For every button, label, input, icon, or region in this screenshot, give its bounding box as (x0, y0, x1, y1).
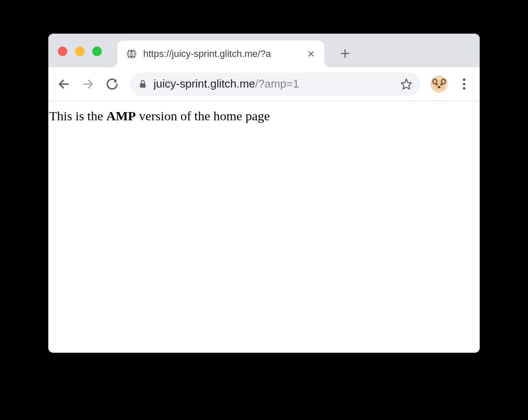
svg-point-21 (463, 78, 465, 81)
svg-point-18 (436, 84, 438, 85)
svg-point-19 (440, 84, 442, 85)
new-tab-button[interactable] (337, 46, 353, 61)
browser-window: https://juicy-sprint.glitch.me/?a (48, 34, 480, 353)
back-button[interactable] (53, 74, 74, 94)
text-bold: AMP (107, 109, 136, 123)
window-controls (58, 47, 102, 56)
text-after: version of the home page (136, 109, 270, 123)
url-path: /?amp=1 (255, 77, 299, 90)
menu-button[interactable] (454, 74, 475, 94)
bookmark-button[interactable] (400, 78, 412, 90)
tab-title: https://juicy-sprint.glitch.me/?a (143, 48, 300, 60)
svg-point-22 (463, 83, 465, 85)
page-content: This is the AMP version of the home page (48, 101, 480, 353)
svg-point-23 (463, 87, 465, 90)
globe-icon (126, 48, 137, 60)
lock-icon (138, 79, 148, 89)
close-window-button[interactable] (58, 47, 67, 56)
svg-point-20 (438, 86, 440, 88)
close-tab-button[interactable] (306, 49, 316, 59)
toolbar: juicy-sprint.glitch.me/?amp=1 (48, 67, 480, 101)
text-before: This is the (49, 109, 107, 123)
svg-point-17 (442, 80, 445, 83)
browser-tab[interactable]: https://juicy-sprint.glitch.me/?a (117, 41, 324, 67)
url-host: juicy-sprint.glitch.me (154, 77, 255, 90)
forward-button[interactable] (78, 74, 98, 94)
address-bar[interactable]: juicy-sprint.glitch.me/?amp=1 (130, 72, 420, 96)
url-text: juicy-sprint.glitch.me/?amp=1 (154, 77, 394, 91)
svg-marker-11 (401, 79, 411, 89)
profile-avatar[interactable] (431, 75, 448, 93)
svg-rect-10 (140, 83, 146, 88)
minimize-window-button[interactable] (75, 47, 85, 56)
svg-point-16 (434, 80, 436, 83)
reload-button[interactable] (102, 74, 123, 94)
maximize-window-button[interactable] (92, 47, 102, 56)
page-text: This is the AMP version of the home page (49, 109, 270, 123)
tab-strip: https://juicy-sprint.glitch.me/?a (48, 34, 480, 67)
